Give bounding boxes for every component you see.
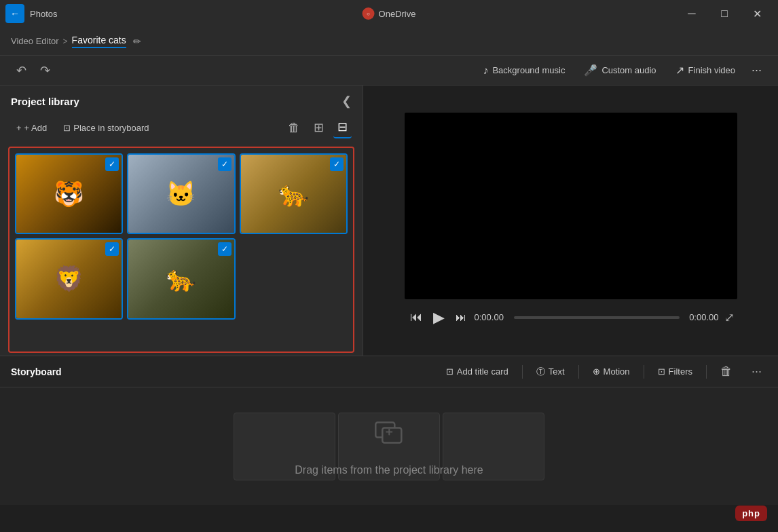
time-end: 0:00.00: [685, 312, 719, 322]
php-badge: php: [735, 506, 767, 521]
add-media-button[interactable]: + + Add: [11, 120, 52, 136]
place-icon: ⊡: [63, 123, 71, 133]
prev-frame-button[interactable]: ⏮: [407, 307, 425, 327]
place-storyboard-label: Place in storyboard: [73, 123, 149, 133]
video-preview: [405, 113, 737, 299]
add-icon: +: [16, 123, 22, 133]
maximize-button[interactable]: □: [709, 3, 740, 24]
text-button[interactable]: Ⓣ Text: [531, 363, 570, 381]
time-current: 0:00.00: [475, 312, 508, 322]
place-storyboard-button[interactable]: ⊡ Place in storyboard: [58, 120, 154, 136]
motion-label: Motion: [604, 366, 630, 377]
onedrive-icon: ○: [363, 7, 375, 20]
breadcrumb-bar: Video Editor > Favorite cats ✏: [0, 27, 778, 56]
storyboard-header: Storyboard ⊡ Add title card Ⓣ Text ⊕ Mot…: [0, 356, 778, 387]
title-bar-left: ← Photos: [5, 4, 57, 23]
video-controls: ⏮ ▶ ⏭ 0:00.00 0:00.00 ⤢: [405, 306, 737, 329]
delete-button[interactable]: 🗑: [284, 118, 304, 138]
more-options-button[interactable]: ···: [746, 60, 767, 80]
minimize-button[interactable]: ─: [676, 3, 707, 24]
motion-icon: ⊕: [593, 366, 600, 377]
window-controls: ─ □ ✕: [676, 3, 773, 24]
media-item[interactable]: 🦁 ✓: [15, 238, 123, 319]
media-item[interactable]: 🐯 ✓: [15, 153, 123, 234]
music-icon: ♪: [483, 64, 488, 77]
undo-button[interactable]: ↶: [11, 60, 32, 81]
main-layout: Project library ❮ + + Add ⊡ Place in sto…: [0, 86, 778, 356]
storyboard-more-button[interactable]: ···: [746, 362, 767, 381]
next-frame-button[interactable]: ⏭: [453, 309, 469, 326]
media-grid: 🐯 ✓ 🐱 ✓ 🐆 ✓: [15, 153, 348, 320]
finish-video-label: Finish video: [688, 65, 735, 75]
custom-audio-button[interactable]: 🎤 Custom audio: [576, 60, 664, 81]
add-title-card-label: Add title card: [457, 366, 508, 377]
progress-bar[interactable]: [514, 316, 680, 319]
custom-audio-label: Custom audio: [601, 65, 656, 75]
filters-button[interactable]: ⊡ Filters: [652, 364, 698, 379]
project-library-title: Project library: [11, 96, 79, 107]
app-title: Photos: [30, 9, 57, 19]
media-check-icon: ✓: [218, 157, 231, 171]
storyboard-area: Storyboard ⊡ Add title card Ⓣ Text ⊕ Mot…: [0, 356, 778, 505]
title-card-icon: ⊡: [446, 366, 453, 377]
finish-video-button[interactable]: ↗ Finish video: [667, 60, 743, 81]
media-check-icon: ✓: [105, 242, 119, 256]
media-item[interactable]: 🐱 ✓: [127, 153, 235, 234]
onedrive-logo: ○ OneDrive: [363, 7, 416, 20]
background-music-button[interactable]: ♪ Background music: [475, 60, 573, 81]
sb-divider-2: [578, 365, 579, 379]
close-button[interactable]: ✕: [741, 3, 773, 24]
right-panel: ⏮ ▶ ⏭ 0:00.00 0:00.00 ⤢: [363, 86, 778, 356]
audio-icon: 🎤: [584, 64, 597, 77]
background-music-label: Background music: [492, 65, 565, 75]
storyboard-title: Storyboard: [11, 366, 62, 377]
play-button[interactable]: ▶: [430, 306, 447, 329]
svg-rect-1: [382, 428, 401, 442]
back-button[interactable]: ←: [5, 4, 24, 23]
media-check-icon: ✓: [105, 157, 119, 171]
drag-hint-text: Drag items from the project library here: [295, 463, 483, 476]
left-panel: Project library ❮ + + Add ⊡ Place in sto…: [0, 86, 363, 356]
export-icon: ↗: [675, 64, 684, 77]
sb-divider-4: [706, 365, 707, 379]
text-label: Text: [549, 366, 565, 377]
storyboard-content: Drag items from the project library here: [0, 387, 778, 505]
onedrive-label: OneDrive: [379, 9, 416, 19]
large-grid-view-button[interactable]: ⊟: [333, 117, 352, 138]
redo-button[interactable]: ↷: [35, 60, 56, 81]
edit-title-icon[interactable]: ✏: [133, 36, 141, 47]
media-check-icon: ✓: [218, 242, 231, 256]
filters-icon: ⊡: [658, 366, 665, 377]
sb-divider-3: [644, 365, 644, 379]
add-label: + Add: [24, 123, 48, 133]
breadcrumb-current: Favorite cats: [72, 35, 126, 48]
media-grid-container: 🐯 ✓ 🐱 ✓ 🐆 ✓: [8, 147, 354, 353]
library-toolbar: + + Add ⊡ Place in storyboard 🗑 ⊞ ⊟: [0, 114, 363, 144]
media-item[interactable]: 🐆 ✓: [127, 238, 235, 319]
storyboard-delete-button[interactable]: 🗑: [715, 362, 738, 381]
breadcrumb-parent[interactable]: Video Editor: [11, 36, 59, 46]
media-check-icon: ✓: [330, 157, 344, 171]
text-icon: Ⓣ: [536, 366, 545, 378]
filters-label: Filters: [669, 366, 692, 377]
breadcrumb-separator: >: [63, 37, 68, 46]
storyboard-drop-area: Drag items from the project library here: [295, 417, 483, 476]
drag-icon: [373, 417, 405, 455]
grid-view-button[interactable]: ⊞: [310, 117, 328, 138]
title-bar: ← Photos ○ OneDrive ─ □ ✕: [0, 0, 778, 27]
collapse-panel-button[interactable]: ❮: [341, 94, 352, 109]
project-library-header: Project library ❮: [0, 86, 363, 114]
onedrive-section: ○ OneDrive: [363, 7, 416, 20]
main-toolbar: ↶ ↷ ♪ Background music 🎤 Custom audio ↗ …: [0, 56, 778, 86]
expand-button[interactable]: ⤢: [724, 310, 735, 325]
add-title-card-button[interactable]: ⊡ Add title card: [441, 364, 514, 379]
sb-divider-1: [522, 365, 523, 379]
media-item[interactable]: 🐆 ✓: [240, 153, 348, 234]
motion-button[interactable]: ⊕ Motion: [587, 364, 635, 379]
